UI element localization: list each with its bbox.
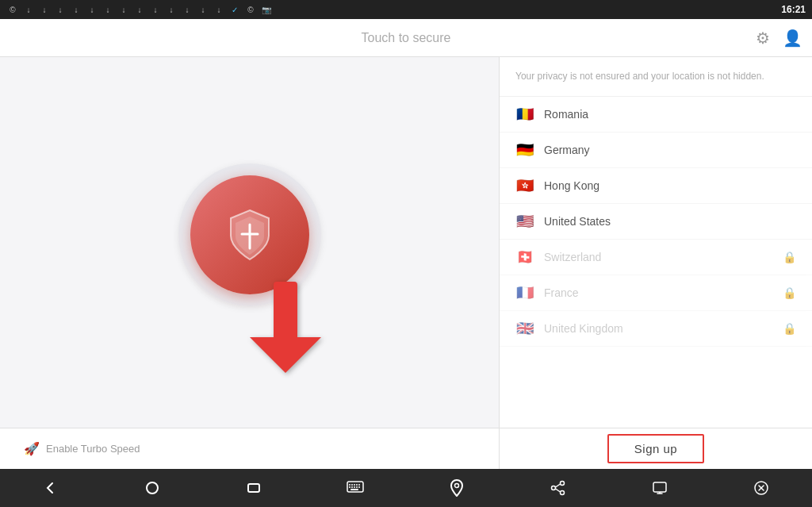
country-item-germany[interactable]: 🇩🇪 Germany <box>500 133 812 168</box>
lock-icon-switzerland: 🔒 <box>783 251 796 263</box>
lock-icon-france: 🔒 <box>783 286 796 299</box>
flag-hongkong: 🇭🇰 <box>515 179 534 192</box>
status-icon-5: ↓ <box>70 3 82 16</box>
status-bar: © ↓ ↓ ↓ ↓ ↓ ↓ ↓ ↓ ↓ ↓ ↓ ↓ ↓ ✓ © 📷 16:21 <box>0 0 812 19</box>
turbo-speed-label: Enable Turbo Speed <box>46 443 140 455</box>
bottom-right: Sign up <box>500 428 812 469</box>
svg-line-22 <box>556 484 561 487</box>
svg-point-4 <box>147 482 158 494</box>
country-item-uk[interactable]: 🇬🇧 United Kingdom 🔒 <box>500 311 812 347</box>
bottom-bar: 🚀 Enable Turbo Speed Sign up <box>0 428 812 469</box>
signup-button[interactable]: Sign up <box>607 434 704 463</box>
country-item-us[interactable]: 🇺🇸 United States <box>500 204 812 240</box>
country-item-switzerland[interactable]: 🇨🇭 Switzerland 🔒 <box>500 240 812 275</box>
status-icon-7: ↓ <box>102 3 114 16</box>
header: Touch to secure ⚙ 👤 <box>0 19 812 57</box>
main-content: Your privacy is not ensured and your loc… <box>0 57 812 428</box>
country-name-france: France <box>544 286 783 299</box>
status-icon-9: ↓ <box>133 3 146 16</box>
status-icon-camera: 📷 <box>260 3 273 16</box>
arrow-annotation <box>250 282 321 380</box>
settings-icon[interactable]: ⚙ <box>756 29 770 48</box>
nav-bar <box>0 469 812 507</box>
flag-switzerland: 🇨🇭 <box>515 251 534 263</box>
svg-point-21 <box>561 491 565 495</box>
header-title: Touch to secure <box>362 31 451 45</box>
bottom-left: 🚀 Enable Turbo Speed <box>0 428 500 469</box>
country-item-hongkong[interactable]: 🇭🇰 Hong Kong <box>500 168 812 204</box>
status-icon-copyright: © <box>244 3 257 16</box>
status-icon-12: ↓ <box>181 3 193 16</box>
status-icon-3: ↓ <box>38 3 51 16</box>
svg-line-23 <box>556 489 561 492</box>
status-icon-2: ↓ <box>22 3 35 16</box>
country-name-uk: United Kingdom <box>544 322 783 335</box>
country-list: 🇷🇴 Romania 🇩🇪 Germany 🇭🇰 Hong Kong 🇺🇸 Un… <box>500 97 812 347</box>
flag-romania: 🇷🇴 <box>515 108 534 121</box>
home-icon[interactable] <box>138 474 167 502</box>
back-icon[interactable] <box>36 474 65 502</box>
status-icon-4: ↓ <box>54 3 67 16</box>
status-icon-11: ↓ <box>165 3 178 16</box>
recents-icon[interactable] <box>239 474 268 502</box>
country-name-romania: Romania <box>544 108 796 121</box>
country-name-germany: Germany <box>544 144 796 156</box>
keyboard-icon[interactable] <box>341 474 370 502</box>
country-item-romania[interactable]: 🇷🇴 Romania <box>500 97 812 133</box>
right-panel: Your privacy is not ensured and your loc… <box>500 57 812 428</box>
svg-rect-24 <box>653 482 666 492</box>
flag-france: 🇫🇷 <box>515 286 534 299</box>
turbo-speed-button[interactable]: 🚀 Enable Turbo Speed <box>24 441 140 456</box>
flag-us: 🇺🇸 <box>515 215 534 228</box>
country-item-france[interactable]: 🇫🇷 France 🔒 <box>500 275 812 311</box>
country-name-us: United States <box>544 215 796 228</box>
lock-icon-uk: 🔒 <box>783 322 796 335</box>
share-icon[interactable] <box>544 474 573 502</box>
status-icon-10: ↓ <box>149 3 162 16</box>
status-icon-6: ↓ <box>86 3 98 16</box>
svg-point-18 <box>455 484 459 488</box>
status-icon-13: ↓ <box>197 3 209 16</box>
svg-marker-3 <box>250 337 321 373</box>
left-panel <box>0 57 500 428</box>
flag-uk: 🇬🇧 <box>515 322 534 335</box>
svg-rect-5 <box>248 484 259 492</box>
privacy-notice: Your privacy is not ensured and your loc… <box>500 57 812 97</box>
svg-point-19 <box>561 482 565 486</box>
status-icons: © ↓ ↓ ↓ ↓ ↓ ↓ ↓ ↓ ↓ ↓ ↓ ↓ ↓ ✓ © 📷 <box>6 3 273 16</box>
header-actions: ⚙ 👤 <box>756 29 802 48</box>
svg-point-20 <box>552 486 556 490</box>
shield-icon <box>222 207 278 263</box>
status-icon-check: ✓ <box>228 3 241 16</box>
country-name-hongkong: Hong Kong <box>544 179 796 192</box>
profile-icon[interactable]: 👤 <box>783 29 802 48</box>
screen-icon[interactable] <box>645 474 674 502</box>
status-icon-1: © <box>6 3 19 16</box>
svg-rect-2 <box>274 282 297 341</box>
status-icon-14: ↓ <box>213 3 225 16</box>
rocket-icon: 🚀 <box>24 441 40 456</box>
status-time: 16:21 <box>781 4 806 15</box>
country-name-switzerland: Switzerland <box>544 251 783 263</box>
flag-germany: 🇩🇪 <box>515 144 534 156</box>
status-icon-8: ↓ <box>117 3 130 16</box>
location-icon[interactable] <box>442 474 471 502</box>
close-icon[interactable] <box>747 474 776 502</box>
vpn-circle-inner[interactable] <box>190 175 309 294</box>
